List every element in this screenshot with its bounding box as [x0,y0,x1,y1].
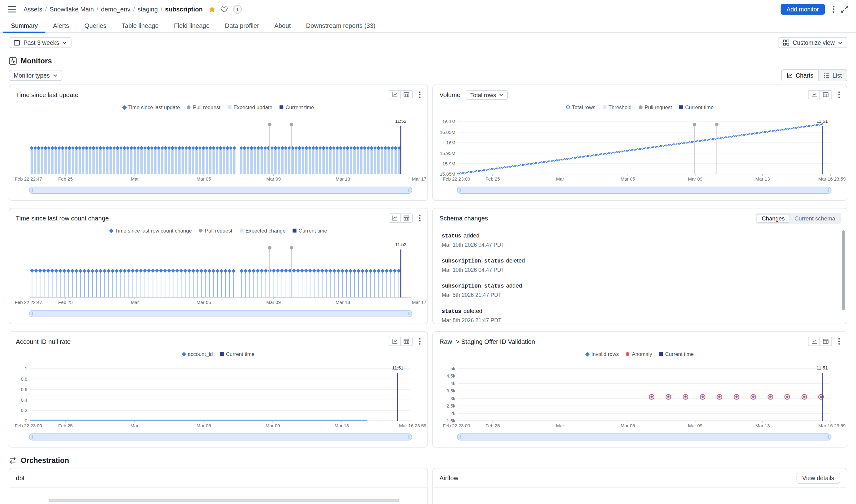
svg-text:Feb 22 22:47: Feb 22 22:47 [15,176,42,181]
legend-item-time-since-last-update[interactable]: Time since last update [123,104,180,110]
table-view-icon-button[interactable] [401,90,413,99]
orchestration-title: Orchestration [21,456,69,464]
time-range-select[interactable]: Past 3 weeks [8,37,72,48]
volume-metric-select[interactable]: Total rows [466,90,507,100]
chart-icon [811,92,817,98]
chart-view-icon-button[interactable] [389,337,401,346]
table-view-icon-button[interactable] [401,337,413,346]
legend-label: Total rows [572,104,595,110]
legend-item-current-time[interactable]: Current time [292,228,327,233]
tab-about[interactable]: About [267,19,298,33]
card-menu-kebab-icon[interactable] [837,91,841,98]
card-title: Schema changes [440,215,488,221]
legend-item-pull-request[interactable]: Pull request [187,104,220,110]
chart-view-icon-button[interactable] [389,90,401,99]
legend-item-threshold[interactable]: Threshold [602,104,631,110]
chart-area-raw-staging-offer-id-validation[interactable]: 5k4.5k4k3.5k3k2.5k2k1.5kFeb 22 23:00Feb … [433,359,847,432]
chart-view-icon-button[interactable] [389,213,401,223]
card-header: Account ID null rate [9,332,427,347]
breadcrumb-item-assets[interactable]: Assets [23,6,42,12]
schema-change-item: statusdeletedMar 8th 2026 21:47 PDT [442,305,838,323]
monitor-types-select[interactable]: Monitor types [8,70,62,81]
table-view-icon-button[interactable] [401,213,413,223]
legend-marker-circle-icon [626,352,630,356]
svg-text:Mar 13: Mar 13 [336,176,350,181]
view-details-button[interactable]: View details [796,472,840,483]
scrollbar-thumb[interactable] [842,230,845,310]
card-menu-kebab-icon[interactable] [837,338,841,345]
legend-item-expected-update[interactable]: Expected update [227,104,272,110]
tab-queries[interactable]: Queries [77,19,114,33]
chart-area-time-since-last-row-count-change[interactable]: Feb 22 22:47Feb 25MarMar 05Mar 09Mar 13M… [9,235,427,309]
tab-alerts[interactable]: Alerts [46,19,77,33]
chart-brush[interactable] [29,187,412,194]
svg-text:Mar 09: Mar 09 [266,300,281,305]
legend-label: Pull request [193,104,220,110]
legend-item-current-time[interactable]: Current time [659,351,694,357]
list-view-label: List [833,72,842,78]
breadcrumb-separator: / [96,6,99,12]
list-view-toggle[interactable]: List [818,70,847,81]
legend-item-current-time[interactable]: Current time [280,104,314,110]
page-menu-kebab-icon[interactable] [833,5,835,13]
schema-current-schema-toggle[interactable]: Current schema [789,214,840,222]
legend-item-account-id[interactable]: account_id [182,351,213,357]
breadcrumb-item-demo-env[interactable]: demo_env [101,6,130,12]
legend-item-time-since-last-row-count-change[interactable]: Time since last row count change [109,228,192,233]
chart-brush[interactable] [457,433,832,440]
legend-item-invalid-rows[interactable]: Invalid rows [586,351,619,357]
chart-area-volume[interactable]: 16.1M16.05M16M15.95M15.9M15.85MFeb 22 23… [433,112,847,185]
tab-field-lineage[interactable]: Field lineage [166,19,217,33]
card-title: Time since last update [16,91,78,98]
hamburger-menu-icon[interactable] [8,5,16,13]
table-view-icon-button[interactable] [820,337,832,346]
svg-text:0.8: 0.8 [21,376,27,381]
favorite-star-icon[interactable] [208,5,216,13]
chart-brush[interactable] [29,433,412,440]
dbt-timeline-partial[interactable] [49,499,399,502]
owner-avatar[interactable]: T [233,5,242,14]
table-view-icon-button[interactable] [820,90,832,99]
like-heart-icon[interactable] [220,5,228,13]
chart-view-icon-button[interactable] [808,337,820,346]
chart-brush[interactable] [457,187,832,194]
tab-summary[interactable]: Summary [3,19,46,33]
card-menu-kebab-icon[interactable] [417,91,422,98]
svg-text:11:51: 11:51 [816,119,827,124]
charts-view-toggle[interactable]: Charts [782,70,818,81]
monitors-grid: Time since last update Time since last u… [8,85,848,448]
legend-item-pull-request[interactable]: Pull request [639,104,672,110]
breadcrumb-item-staging[interactable]: staging [138,6,158,12]
breadcrumb-item-snowflake-main[interactable]: Snowflake Main [50,6,94,12]
add-monitor-button[interactable]: Add monitor [781,4,825,15]
chart-brush[interactable] [29,310,412,317]
grid-icon [783,39,789,46]
schema-change-item: subscription_statusaddedMar 8th 2026 21:… [442,280,838,298]
legend-marker-square-icon [679,105,683,109]
tab-downstream-reports-33[interactable]: Downstream reports (33) [299,19,383,33]
legend-item-pull-request[interactable]: Pull request [199,228,232,233]
svg-text:4.5k: 4.5k [447,373,456,378]
legend-marker-ring-icon [566,105,570,109]
card-menu-kebab-icon[interactable] [417,338,422,345]
legend-marker-square-icon [220,352,224,356]
card-time-since-last-row-count-change: Time since last row count change Time si… [8,208,428,324]
svg-text:Mar 13: Mar 13 [755,176,770,181]
breadcrumb: Assets/Snowflake Main/demo_env/staging/s… [23,6,203,12]
legend-item-current-time[interactable]: Current time [679,104,714,110]
legend-item-anomaly[interactable]: Anomaly [626,351,652,357]
legend-item-expected-change[interactable]: Expected change [239,228,285,233]
chart-view-icon-button[interactable] [808,90,820,99]
schema-action: deleted [464,307,482,314]
tab-table-lineage[interactable]: Table lineage [114,19,166,33]
schema-changes-toggle[interactable]: Changes [757,214,789,222]
svg-text:Mar 17: Mar 17 [412,176,426,181]
expand-icon[interactable] [841,5,849,13]
chart-area-time-since-last-update[interactable]: Feb 22 22:47Feb 25MarMar 05Mar 09Mar 13M… [9,112,427,185]
legend-item-total-rows[interactable]: Total rows [566,104,595,110]
legend-item-current-time[interactable]: Current time [220,351,254,357]
customize-view-button[interactable]: Customize view [778,37,848,48]
card-menu-kebab-icon[interactable] [417,215,422,222]
tab-data-profiler[interactable]: Data profiler [217,19,267,33]
chart-area-account-id-null-rate[interactable]: 10.80.60.40.20Feb 22 23:00Feb 25MarMar 0… [9,359,427,432]
